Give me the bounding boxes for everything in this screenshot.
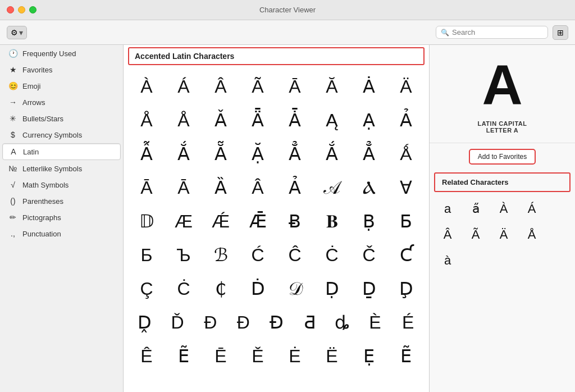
- char-cell[interactable]: Ḏ: [350, 272, 387, 306]
- char-cell[interactable]: ℬ: [202, 238, 239, 272]
- sidebar-item-frequently-used[interactable]: 🕐 Frequently Used: [2, 45, 121, 61]
- char-cell[interactable]: Đ: [227, 306, 260, 339]
- char-cell[interactable]: Ė: [276, 339, 313, 373]
- char-cell[interactable]: Ẽ: [165, 339, 202, 373]
- char-cell[interactable]: 𝔻: [128, 204, 165, 238]
- char-cell[interactable]: Ç: [128, 272, 165, 306]
- char-cell[interactable]: Ъ: [165, 238, 202, 272]
- char-cell[interactable]: Ã: [239, 70, 276, 103]
- char-cell[interactable]: Ẫ: [128, 137, 165, 171]
- char-cell[interactable]: Ā: [276, 70, 313, 103]
- char-cell[interactable]: Ặ: [239, 137, 276, 171]
- sidebar-item-math[interactable]: √ Math Symbols: [2, 177, 121, 193]
- char-cell[interactable]: Ḅ: [350, 204, 387, 238]
- char-cell[interactable]: Ả: [387, 103, 425, 137]
- char-cell[interactable]: ₵: [202, 272, 239, 306]
- char-cell[interactable]: Ẵ: [202, 137, 239, 171]
- related-char-cell[interactable]: a: [434, 197, 461, 221]
- char-cell[interactable]: Ǎ: [202, 103, 239, 137]
- char-cell[interactable]: Ǽ: [202, 204, 239, 238]
- sidebar-item-latin[interactable]: A Latin: [2, 143, 121, 160]
- related-char-cell[interactable]: a̋: [462, 197, 489, 221]
- char-cell[interactable]: Ḑ: [387, 272, 425, 306]
- char-cell[interactable]: È: [359, 306, 392, 339]
- char-cell[interactable]: Ắ: [165, 137, 202, 171]
- related-char-cell[interactable]: À: [490, 197, 517, 221]
- char-cell[interactable]: ȡ: [326, 306, 359, 339]
- char-cell[interactable]: Ẹ: [350, 339, 387, 373]
- sidebar-item-favorites[interactable]: ★ Favorites: [2, 62, 121, 78]
- char-cell[interactable]: ∀: [387, 171, 425, 204]
- char-cell[interactable]: Ⲁ: [350, 171, 387, 204]
- char-cell[interactable]: 𝒜: [313, 171, 350, 204]
- char-cell[interactable]: Á: [165, 70, 202, 103]
- char-cell[interactable]: Ë: [313, 339, 350, 373]
- char-cell[interactable]: Ẳ: [350, 137, 387, 171]
- related-char-cell[interactable]: Ã: [462, 222, 489, 247]
- char-cell[interactable]: Ƌ: [293, 306, 326, 339]
- char-cell[interactable]: Ɖ: [260, 306, 293, 339]
- search-input[interactable]: [452, 28, 543, 37]
- char-cell[interactable]: Ā: [128, 171, 165, 204]
- char-cell[interactable]: Å: [165, 103, 202, 137]
- char-cell[interactable]: Ð: [194, 306, 227, 339]
- sidebar-item-pictographs[interactable]: ✏ Pictographs: [2, 209, 121, 225]
- char-cell[interactable]: Č: [350, 238, 387, 272]
- related-char-cell[interactable]: Ä: [490, 222, 517, 247]
- minimize-button[interactable]: [18, 6, 25, 13]
- related-char-cell[interactable]: Â: [434, 222, 461, 247]
- char-cell[interactable]: Ê: [128, 339, 165, 373]
- char-cell[interactable]: Ẽ: [387, 339, 425, 373]
- sidebar-item-bullets-stars[interactable]: ✳ Bullets/Stars: [2, 111, 121, 126]
- char-cell[interactable]: Ḓ: [128, 306, 161, 339]
- sidebar-item-arrows[interactable]: → Arrows: [2, 94, 121, 110]
- char-cell[interactable]: Æ: [165, 204, 202, 238]
- char-cell[interactable]: Ć: [239, 238, 276, 272]
- char-cell[interactable]: À: [128, 70, 165, 103]
- char-cell[interactable]: Ē: [202, 339, 239, 373]
- char-cell[interactable]: 𝐁: [313, 204, 350, 238]
- char-cell[interactable]: Ƀ: [276, 204, 313, 238]
- char-cell[interactable]: Ă: [313, 70, 350, 103]
- char-cell[interactable]: Ĉ: [276, 238, 313, 272]
- maximize-button[interactable]: [29, 6, 36, 13]
- char-cell[interactable]: Ả: [276, 171, 313, 204]
- char-cell[interactable]: Ā: [165, 171, 202, 204]
- char-cell[interactable]: Ď: [161, 306, 194, 339]
- sidebar-item-parentheses[interactable]: () Parentheses: [2, 193, 121, 209]
- char-cell[interactable]: Б: [128, 238, 165, 272]
- char-cell[interactable]: Ě: [239, 339, 276, 373]
- sidebar-item-emoji[interactable]: 😊 Emoji: [2, 78, 121, 94]
- char-cell[interactable]: Ắ: [313, 137, 350, 171]
- char-cell[interactable]: Ḋ: [239, 272, 276, 306]
- related-char-cell[interactable]: Å: [518, 222, 545, 247]
- char-cell[interactable]: 𝒟: [276, 272, 313, 306]
- char-cell[interactable]: Ƃ: [387, 204, 425, 238]
- char-cell[interactable]: Ċ: [313, 238, 350, 272]
- char-cell[interactable]: Ȧ: [350, 70, 387, 103]
- close-button[interactable]: [7, 6, 14, 13]
- settings-button[interactable]: ⚙ ▾: [7, 26, 27, 39]
- char-cell[interactable]: Ǟ: [239, 103, 276, 137]
- sidebar-item-currency[interactable]: $ Currency Symbols: [2, 127, 121, 143]
- char-cell[interactable]: Ȁ: [202, 171, 239, 204]
- char-cell[interactable]: Ċ: [165, 272, 202, 306]
- char-cell[interactable]: Â: [202, 70, 239, 103]
- char-cell[interactable]: Ḍ: [313, 272, 350, 306]
- char-cell[interactable]: Â: [239, 171, 276, 204]
- char-cell[interactable]: Ǻ: [387, 137, 425, 171]
- add-to-favorites-button[interactable]: Add to Favorites: [469, 149, 536, 165]
- char-cell[interactable]: Ǣ: [239, 204, 276, 238]
- char-cell[interactable]: Ä: [387, 70, 425, 103]
- char-cell[interactable]: Ẳ: [276, 137, 313, 171]
- sidebar-item-letterlike[interactable]: № Letterlike Symbols: [2, 161, 121, 176]
- grid-view-button[interactable]: ⊞: [553, 25, 568, 40]
- char-cell[interactable]: Ạ: [350, 103, 387, 137]
- char-cell[interactable]: Å: [128, 103, 165, 137]
- related-char-cell[interactable]: Á: [518, 197, 545, 221]
- char-cell[interactable]: Ą: [313, 103, 350, 137]
- char-cell[interactable]: É: [391, 306, 425, 339]
- related-char-cell[interactable]: à: [434, 248, 461, 273]
- sidebar-item-punctuation[interactable]: ., Punctuation: [2, 226, 121, 241]
- char-cell[interactable]: Ƈ: [387, 238, 425, 272]
